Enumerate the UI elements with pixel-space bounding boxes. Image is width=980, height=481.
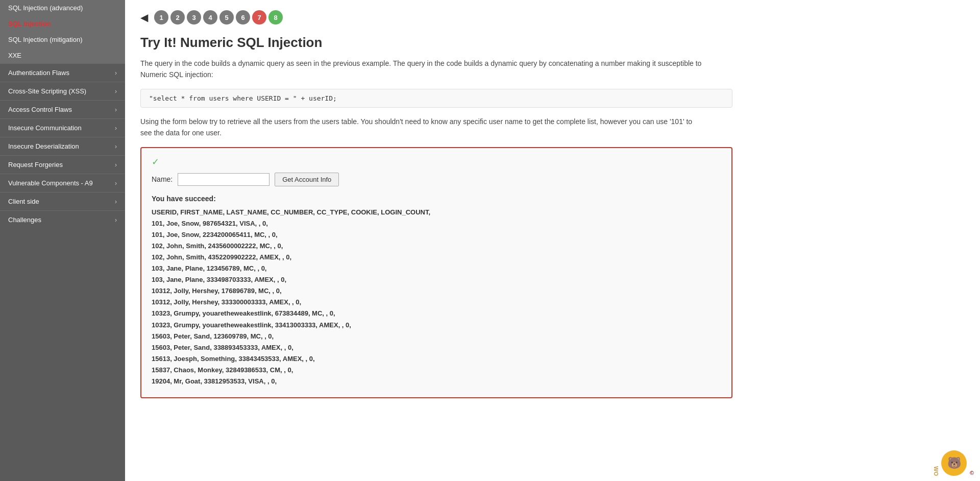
sidebar-item-challenges[interactable]: Challenges ›: [0, 210, 125, 229]
step-1[interactable]: 1: [154, 10, 168, 25]
name-input[interactable]: [178, 173, 270, 186]
step-3[interactable]: 3: [187, 10, 201, 25]
result-row: 10323, Grumpy, youaretheweakestlink, 673…: [152, 308, 721, 319]
chevron-right-icon: ›: [115, 69, 117, 77]
result-row: 101, Joe, Snow, 2234200065411, MC, , 0,: [152, 229, 721, 240]
sidebar-item-authentication-flaws[interactable]: Authentication Flaws ›: [0, 63, 125, 82]
result-row: 10312, Jolly, Hershey, 333300003333, AME…: [152, 297, 721, 308]
sidebar-item-sql-advanced[interactable]: SQL Injection (advanced): [0, 0, 125, 16]
back-button[interactable]: ◀: [140, 11, 148, 23]
result-row: 102, John, Smith, 2435600002222, MC, , 0…: [152, 240, 721, 252]
step-2[interactable]: 2: [170, 10, 185, 25]
check-mark-icon: ✓: [152, 156, 721, 167]
webwolf-widget: WO 🐻 ©: [933, 450, 975, 476]
sidebar-item-request-forgeries[interactable]: Request Forgeries ›: [0, 155, 125, 174]
result-row: 10312, Jolly, Hershey, 176896789, MC, , …: [152, 285, 721, 297]
form-container: ✓ Name: Get Account Info You have succee…: [140, 147, 732, 399]
result-row: 103, Jane, Plane, 333498703333, AMEX, , …: [152, 274, 721, 285]
step-4[interactable]: 4: [203, 10, 217, 25]
steps-bar: ◀ 1 2 3 4 5 6 7 8: [140, 10, 965, 25]
sidebar-item-xxe[interactable]: XXE: [0, 47, 125, 63]
step-5[interactable]: 5: [219, 10, 234, 25]
chevron-right-icon: ›: [115, 217, 117, 224]
results-header: USERID, FIRST_NAME, LAST_NAME, CC_NUMBER…: [152, 207, 721, 218]
sidebar-item-client-side[interactable]: Client side ›: [0, 192, 125, 210]
name-label: Name:: [152, 175, 173, 183]
sidebar-item-insecure-communication[interactable]: Insecure Communication ›: [0, 118, 125, 137]
sidebar-item-sql-mitigation[interactable]: SQL Injection (mitigation): [0, 32, 125, 47]
chevron-right-icon: ›: [115, 88, 117, 95]
sidebar: SQL Injection (advanced) SQL Injection S…: [0, 0, 125, 481]
code-snippet: "select * from users where USERID = " + …: [140, 89, 732, 108]
chevron-right-icon: ›: [115, 106, 117, 113]
results-container: You have succeed: USERID, FIRST_NAME, LA…: [152, 195, 721, 388]
page-description: The query in the code builds a dynamic q…: [140, 58, 702, 81]
results-rows: 101, Joe, Snow, 987654321, VISA, , 0,101…: [152, 218, 721, 387]
result-row: 15603, Peter, Sand, 123609789, MC, , 0,: [152, 331, 721, 342]
result-row: 102, John, Smith, 4352209902222, AMEX, ,…: [152, 252, 721, 263]
result-row: 10323, Grumpy, youaretheweakestlink, 334…: [152, 320, 721, 331]
instructions-text: Using the form below try to retrieve all…: [140, 116, 702, 139]
results-title: You have succeed:: [152, 195, 721, 203]
chevron-right-icon: ›: [115, 198, 117, 205]
chevron-right-icon: ›: [115, 143, 117, 150]
sidebar-item-vulnerable-components[interactable]: Vulnerable Components - A9 ›: [0, 174, 125, 192]
step-7[interactable]: 7: [252, 10, 266, 25]
result-row: 15603, Peter, Sand, 338893453333, AMEX, …: [152, 342, 721, 353]
page-title: Try It! Numeric SQL Injection: [140, 35, 965, 51]
webwolf-label2: ©: [969, 470, 975, 476]
result-row: 15613, Joesph, Something, 33843453533, A…: [152, 353, 721, 365]
sidebar-item-insecure-deserialization[interactable]: Insecure Deserialization ›: [0, 137, 125, 155]
main-content: ◀ 1 2 3 4 5 6 7 8 Try It! Numeric SQL In…: [125, 0, 980, 481]
sidebar-item-xss[interactable]: Cross-Site Scripting (XSS) ›: [0, 82, 125, 100]
result-row: 103, Jane, Plane, 123456789, MC, , 0,: [152, 263, 721, 274]
chevron-right-icon: ›: [115, 180, 117, 187]
chevron-right-icon: ›: [115, 125, 117, 132]
chevron-right-icon: ›: [115, 161, 117, 169]
sidebar-item-sql[interactable]: SQL Injection: [0, 16, 125, 32]
form-row: Name: Get Account Info: [152, 173, 721, 186]
webwolf-label: WO: [933, 466, 939, 476]
result-row: 19204, Mr, Goat, 33812953533, VISA, , 0,: [152, 376, 721, 387]
step-6[interactable]: 6: [236, 10, 250, 25]
step-8[interactable]: 8: [268, 10, 283, 25]
sidebar-item-access-control[interactable]: Access Control Flaws ›: [0, 100, 125, 118]
result-row: 101, Joe, Snow, 987654321, VISA, , 0,: [152, 218, 721, 229]
webwolf-icon[interactable]: 🐻: [941, 450, 967, 476]
result-row: 15837, Chaos, Monkey, 32849386533, CM, ,…: [152, 365, 721, 376]
get-account-info-button[interactable]: Get Account Info: [275, 173, 339, 186]
